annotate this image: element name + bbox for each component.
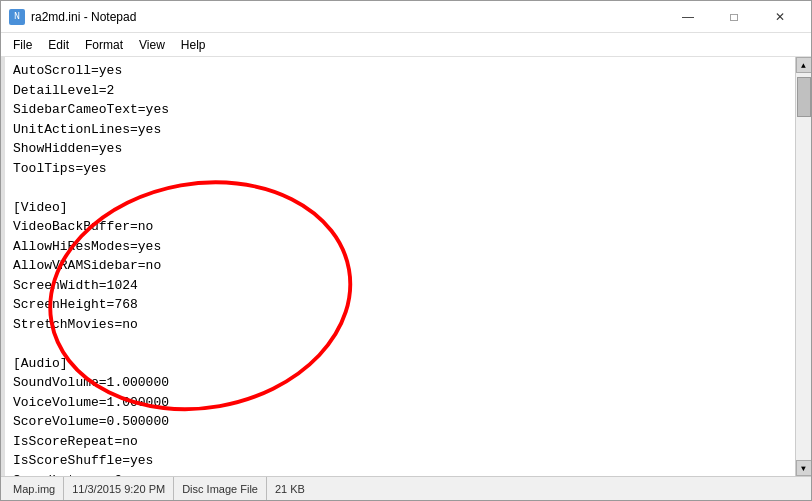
text-content: AutoScroll=yes DetailLevel=2 SidebarCame… [13,61,787,476]
text-editor[interactable]: AutoScroll=yes DetailLevel=2 SidebarCame… [5,57,795,476]
menu-view[interactable]: View [131,33,173,56]
menu-format[interactable]: Format [77,33,131,56]
notepad-icon: N [9,9,25,25]
menu-edit[interactable]: Edit [40,33,77,56]
status-filename: Map.img [5,477,64,500]
status-bar: Map.img 11/3/2015 9:20 PM Disc Image Fil… [1,476,811,500]
scroll-thumb[interactable] [797,77,811,117]
title-bar: N ra2md.ini - Notepad — □ ✕ [1,1,811,33]
notepad-window: N ra2md.ini - Notepad — □ ✕ File Edit Fo… [0,0,812,501]
scroll-up-arrow[interactable]: ▲ [796,57,812,73]
scrollbar[interactable]: ▲ ▼ [795,57,811,476]
status-filetype: Disc Image File [174,477,267,500]
menu-file[interactable]: File [5,33,40,56]
menu-bar: File Edit Format View Help [1,33,811,57]
close-button[interactable]: ✕ [757,1,803,33]
menu-help[interactable]: Help [173,33,214,56]
scroll-track[interactable] [796,73,811,460]
status-date: 11/3/2015 9:20 PM [64,477,174,500]
title-bar-left: N ra2md.ini - Notepad [9,9,136,25]
editor-area: AutoScroll=yes DetailLevel=2 SidebarCame… [1,57,811,476]
maximize-button[interactable]: □ [711,1,757,33]
title-bar-controls: — □ ✕ [665,1,803,33]
minimize-button[interactable]: — [665,1,711,33]
scroll-down-arrow[interactable]: ▼ [796,460,812,476]
window-title: ra2md.ini - Notepad [31,10,136,24]
status-filesize: 21 KB [267,477,313,500]
